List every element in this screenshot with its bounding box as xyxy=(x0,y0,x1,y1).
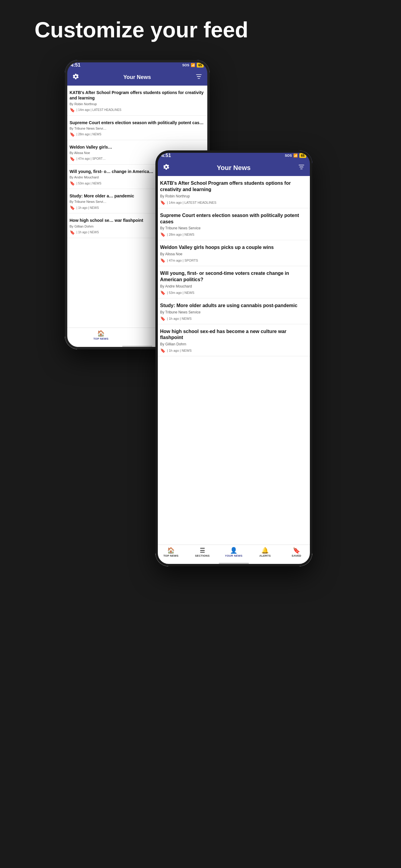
news-meta-text-back-1: | 28m ago | NEWS xyxy=(77,133,102,136)
news-meta-text-back-3: | 53m ago | NEWS xyxy=(77,182,102,185)
bottom-nav-front: 🏠 TOP NEWS ☰ SECTIONS 👤 YOUR NEWS 🔔 ALER… xyxy=(155,545,312,561)
news-meta-front-3: 🔖 | 53m ago | NEWS xyxy=(160,290,308,295)
news-meta-text-front-5: | 1h ago | NEWS xyxy=(167,349,192,352)
news-meta-front-1: 🔖 | 28m ago | NEWS xyxy=(160,232,308,237)
news-title-back-2: Weldon Valley girls… xyxy=(70,144,205,150)
bookmark-icon-front-0: 🔖 xyxy=(160,200,165,205)
bookmark-icon-back-2: 🔖 xyxy=(70,156,75,161)
home-icon-back: 🏠 xyxy=(97,330,105,336)
news-title-front-4: Study: More older adults are using canna… xyxy=(160,303,308,309)
news-meta-text-back-4: | 1h ago | NEWS xyxy=(77,206,99,210)
battery-front: 65 xyxy=(299,153,306,158)
news-author-front-0: By Robin Northrup xyxy=(160,194,308,198)
news-meta-text-front-0: | 14m ago | LATEST HEADLINES xyxy=(167,201,217,204)
news-author-front-2: By Alissa Noe xyxy=(160,252,308,256)
news-title-front-1: Supreme Court enters election season wit… xyxy=(160,213,308,225)
gear-icon-back[interactable] xyxy=(71,73,81,82)
news-meta-text-back-5: | 1h ago | NEWS xyxy=(77,230,99,234)
header-title-back: Your News xyxy=(81,74,194,81)
sos-back: SOS xyxy=(182,63,189,67)
news-meta-front-4: 🔖 | 1h ago | NEWS xyxy=(160,316,308,321)
header-title-front: Your News xyxy=(171,164,296,172)
home-bar-back xyxy=(122,346,152,347)
bookmark-icon-back-0: 🔖 xyxy=(70,107,75,113)
status-bar-front: 4:51 SOS 📶 65 xyxy=(155,150,312,161)
home-bar-front xyxy=(219,563,249,564)
alerts-icon-front: 🔔 xyxy=(261,547,269,553)
bookmark-icon-back-4: 🔖 xyxy=(70,205,75,210)
status-time-front: 4:51 xyxy=(162,153,171,158)
bookmark-icon-back-5: 🔖 xyxy=(70,230,75,235)
sos-front: SOS xyxy=(285,154,292,157)
news-title-back-0: KATB's After School Program offers stude… xyxy=(70,90,205,101)
nav-top-news-back[interactable]: 🏠 TOP NEWS xyxy=(92,330,110,340)
news-item-back-1[interactable]: Supreme Court enters election season wit… xyxy=(65,116,210,140)
news-item-front-4[interactable]: Study: More older adults are using canna… xyxy=(155,299,312,324)
news-title-back-1: Supreme Court enters election season wit… xyxy=(70,120,205,125)
status-icons-front: SOS 📶 65 xyxy=(285,153,306,158)
news-item-front-3[interactable]: Will young, first- or second-time voters… xyxy=(155,266,312,299)
bookmark-icon-front-2: 🔖 xyxy=(160,258,165,263)
nav-alerts-front[interactable]: 🔔 ALERTS xyxy=(256,547,274,557)
bookmark-icon-front-3: 🔖 xyxy=(160,290,165,295)
news-title-front-5: How high school sex-ed has become a new … xyxy=(160,329,308,341)
gear-icon-front[interactable] xyxy=(162,164,171,172)
news-title-front-0: KATB's After School Program offers stude… xyxy=(160,180,308,193)
app-header-back: Your News xyxy=(65,70,210,86)
news-meta-front-5: 🔖 | 1h ago | NEWS xyxy=(160,348,308,353)
news-item-front-1[interactable]: Supreme Court enters election season wit… xyxy=(155,208,312,241)
your-news-icon-front: 👤 xyxy=(230,547,237,553)
nav-top-news-front[interactable]: 🏠 TOP NEWS xyxy=(162,547,180,557)
news-meta-back-0: 🔖 | 14m ago | LATEST HEADLINES xyxy=(70,107,205,113)
news-author-front-1: By Tribune News Service xyxy=(160,226,308,230)
news-list-front: KATB's After School Program offers stude… xyxy=(155,176,312,545)
status-bar-back: 4:51 SOS 📶 65 xyxy=(65,60,210,70)
news-author-front-4: By Tribune News Service xyxy=(160,310,308,314)
news-meta-text-back-2: | 47m ago | SPORT… xyxy=(77,157,106,160)
news-item-front-0[interactable]: KATB's After School Program offers stude… xyxy=(155,176,312,208)
nav-your-news-front[interactable]: 👤 YOUR NEWS xyxy=(225,547,243,557)
bookmark-icon-back-1: 🔖 xyxy=(70,132,75,137)
nav-sections-front[interactable]: ☰ SECTIONS xyxy=(193,547,211,557)
wifi-icon-back: 📶 xyxy=(191,63,195,67)
bookmark-icon-back-3: 🔖 xyxy=(70,181,75,186)
battery-back: 65 xyxy=(197,63,203,67)
news-title-front-3: Will young, first- or second-time voters… xyxy=(160,270,308,283)
news-meta-text-back-0: | 14m ago | LATEST HEADLINES xyxy=(77,108,122,112)
bookmark-icon-front-5: 🔖 xyxy=(160,348,165,353)
news-title-front-2: Weldon Valley girls hoops picks up a cou… xyxy=(160,244,308,251)
app-header-front: Your News xyxy=(155,161,312,176)
news-item-front-5[interactable]: How high school sex-ed has become a new … xyxy=(155,324,312,356)
phones-container: 4:51 SOS 📶 65 Your News xyxy=(65,60,337,723)
news-author-front-3: By Andre Mouchard xyxy=(160,284,308,288)
news-item-back-0[interactable]: KATB's After School Program offers stude… xyxy=(65,86,210,116)
news-item-front-2[interactable]: Weldon Valley girls hoops picks up a cou… xyxy=(155,240,312,266)
home-indicator-front xyxy=(155,561,312,566)
news-meta-back-1: 🔖 | 28m ago | NEWS xyxy=(70,132,205,137)
home-icon-front: 🏠 xyxy=(167,547,175,553)
news-meta-text-front-2: | 47m ago | SPORTS xyxy=(167,258,198,262)
nav-saved-front[interactable]: 🔖 SAVED xyxy=(288,547,306,557)
news-meta-text-front-3: | 53m ago | NEWS xyxy=(167,291,195,294)
news-author-back-0: By Robin Northrup xyxy=(70,102,205,106)
status-icons-back: SOS 📶 65 xyxy=(182,63,203,67)
bookmark-icon-front-4: 🔖 xyxy=(160,316,165,321)
saved-icon-front: 🔖 xyxy=(293,547,300,553)
news-author-front-5: By Gillian Dohrn xyxy=(160,342,308,346)
sections-icon-front: ☰ xyxy=(200,547,205,553)
page-headline: Customize your feed xyxy=(35,18,367,42)
news-author-back-1: By Tribune News Servi… xyxy=(70,127,205,130)
filter-icon-back[interactable] xyxy=(194,73,204,82)
filter-icon-front[interactable] xyxy=(296,164,306,172)
bookmark-icon-front-1: 🔖 xyxy=(160,232,165,237)
news-meta-text-front-4: | 1h ago | NEWS xyxy=(167,317,192,320)
status-time-back: 4:51 xyxy=(71,62,81,68)
news-meta-front-0: 🔖 | 14m ago | LATEST HEADLINES xyxy=(160,200,308,205)
wifi-icon-front: 📶 xyxy=(293,153,298,158)
news-meta-front-2: 🔖 | 47m ago | SPORTS xyxy=(160,258,308,263)
news-meta-text-front-1: | 28m ago | NEWS xyxy=(167,233,195,236)
phone-front: 4:51 SOS 📶 65 Your News xyxy=(155,150,312,566)
